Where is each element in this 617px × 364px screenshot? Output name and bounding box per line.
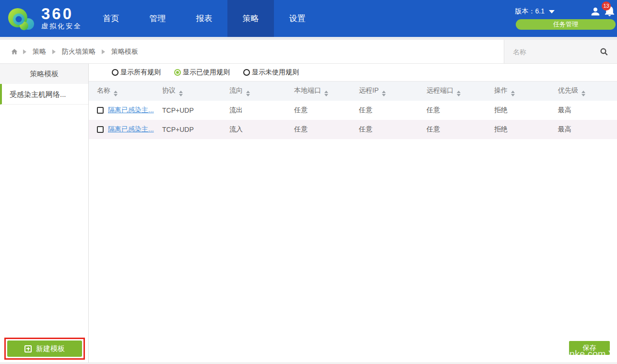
- sidebar-item-0[interactable]: 受感染主机网络...: [0, 84, 88, 105]
- search-box: [504, 40, 617, 63]
- breadcrumb-separator: [23, 49, 26, 54]
- save-button[interactable]: 保存: [569, 341, 610, 355]
- nav-item-2[interactable]: 报表: [181, 0, 227, 37]
- cell-protocol: TCP+UDP: [154, 101, 221, 120]
- nav-item-4[interactable]: 设置: [274, 0, 320, 37]
- filter-radio-1[interactable]: 显示已使用规则: [174, 68, 230, 77]
- notification-badge: 13: [602, 1, 611, 11]
- cell-priority: 最高: [550, 120, 617, 139]
- search-input[interactable]: [504, 48, 600, 56]
- column-header-0[interactable]: 名称: [89, 82, 154, 101]
- cell-priority: 最高: [550, 101, 617, 120]
- column-header-4[interactable]: 远程IP: [351, 82, 418, 101]
- cell-name: 隔离已感染主...: [89, 120, 154, 139]
- new-template-button[interactable]: 新建模板: [7, 341, 82, 357]
- brand-subtitle: 虚拟化安全: [41, 22, 82, 31]
- filter-radio-2[interactable]: 显示未使用规则: [243, 68, 299, 77]
- cell-remote_port: 任意: [418, 120, 486, 139]
- sort-icon[interactable]: [581, 91, 585, 96]
- sort-up-arrow: [457, 91, 461, 93]
- annotation-highlight: 新建模板: [4, 338, 85, 360]
- sort-icon[interactable]: [246, 91, 250, 96]
- sort-icon[interactable]: [324, 91, 328, 96]
- row-checkbox[interactable]: [97, 107, 104, 114]
- table-body: 隔离已感染主...TCP+UDP流出任意任意任意拒绝最高隔离已感染主...TCP…: [89, 101, 617, 139]
- sort-down-arrow: [581, 94, 585, 96]
- nav-item-3[interactable]: 策略: [227, 0, 274, 37]
- sort-up-arrow: [324, 91, 328, 93]
- column-label: 远程IP: [359, 86, 379, 94]
- breadcrumb-item-0[interactable]: 策略: [33, 47, 46, 56]
- column-header-7[interactable]: 优先级: [550, 82, 617, 101]
- sort-icon[interactable]: [457, 91, 461, 96]
- table-row-0: 隔离已感染主...TCP+UDP流出任意任意任意拒绝最高: [89, 101, 617, 120]
- main-nav: 首页管理报表策略设置: [88, 0, 320, 37]
- rule-name-link[interactable]: 隔离已感染主...: [108, 125, 154, 133]
- sort-down-arrow: [246, 94, 250, 96]
- breadcrumb-item-2[interactable]: 策略模板: [111, 47, 138, 56]
- column-label: 名称: [97, 86, 110, 94]
- rule-name-link[interactable]: 隔离已感染主...: [108, 106, 154, 114]
- column-label: 协议: [162, 86, 176, 94]
- column-header-6[interactable]: 操作: [486, 82, 550, 101]
- cell-direction: 流出: [221, 101, 286, 120]
- sort-up-arrow: [581, 91, 585, 93]
- page: 360 虚拟化安全 首页管理报表策略设置 版本：6.1 13 任务管理 策略防火…: [0, 0, 617, 364]
- content: 策略模板 受感染主机网络... 新建模板 显示所有规则显示已使用规则显示未使用规…: [0, 64, 617, 364]
- cell-action: 拒绝: [486, 101, 550, 120]
- filter-radio-label: 显示未使用规则: [252, 68, 299, 77]
- filter-radio-label: 显示所有规则: [120, 68, 161, 77]
- breadcrumb-bar: 策略防火墙策略策略模板: [0, 40, 617, 64]
- cell-direction: 流入: [221, 120, 286, 139]
- column-label: 操作: [494, 86, 508, 94]
- sort-down-arrow: [324, 94, 328, 96]
- filter-radio-0[interactable]: 显示所有规则: [112, 68, 161, 77]
- column-header-3[interactable]: 本地端口: [286, 82, 351, 101]
- radio-icon: [112, 69, 119, 76]
- search-icon[interactable]: [600, 47, 608, 57]
- new-template-label: 新建模板: [36, 344, 65, 353]
- cell-remote_ip: 任意: [351, 120, 418, 139]
- logo: 360 虚拟化安全: [0, 0, 82, 37]
- rules-table: 名称协议流向本地端口远程IP远程端口操作优先级 隔离已感染主...TCP+UDP…: [89, 82, 617, 139]
- sort-up-arrow: [382, 91, 386, 93]
- cell-remote_ip: 任意: [351, 101, 418, 120]
- nav-item-0[interactable]: 首页: [88, 0, 134, 37]
- sort-down-arrow: [511, 94, 515, 96]
- nav-item-1[interactable]: 管理: [134, 0, 181, 37]
- cell-protocol: TCP+UDP: [154, 120, 221, 139]
- table-header-row: 名称协议流向本地端口远程IP远程端口操作优先级: [89, 82, 617, 101]
- task-manager-button[interactable]: 任务管理: [516, 19, 616, 30]
- main-panel: 显示所有规则显示已使用规则显示未使用规则 名称协议流向本地端口远程IP远程端口操…: [89, 64, 617, 363]
- top-header: 360 虚拟化安全 首页管理报表策略设置 版本：6.1 13 任务管理: [0, 0, 617, 37]
- sort-down-arrow: [382, 94, 386, 96]
- sort-icon[interactable]: [511, 91, 515, 96]
- sort-down-arrow: [114, 94, 118, 96]
- sort-up-arrow: [511, 91, 515, 93]
- home-icon[interactable]: [11, 48, 18, 55]
- breadcrumb-separator: [102, 49, 105, 54]
- column-label: 本地端口: [294, 86, 321, 94]
- column-header-5[interactable]: 远程端口: [418, 82, 486, 101]
- cell-action: 拒绝: [486, 120, 550, 139]
- sort-up-arrow: [246, 91, 250, 93]
- sort-up-arrow: [179, 91, 183, 93]
- breadcrumb: 策略防火墙策略策略模板: [23, 47, 138, 56]
- sidebar: 策略模板 受感染主机网络... 新建模板: [0, 64, 89, 363]
- column-header-2[interactable]: 流向: [221, 82, 286, 101]
- header-right: 版本：6.1 13 任务管理: [473, 0, 617, 37]
- breadcrumb-item-1[interactable]: 防火墙策略: [62, 47, 95, 56]
- version-dropdown[interactable]: 版本：6.1: [515, 7, 555, 16]
- row-checkbox[interactable]: [97, 126, 104, 133]
- sort-icon[interactable]: [114, 91, 118, 96]
- radio-icon: [174, 69, 181, 76]
- user-icon[interactable]: [590, 6, 601, 17]
- sort-up-arrow: [114, 91, 118, 93]
- filter-radio-label: 显示已使用规则: [183, 68, 230, 77]
- sort-icon[interactable]: [382, 91, 386, 96]
- column-header-1[interactable]: 协议: [154, 82, 221, 101]
- logo-text: 360 虚拟化安全: [41, 6, 82, 31]
- sort-icon[interactable]: [179, 91, 183, 96]
- sidebar-list: 受感染主机网络...: [0, 84, 88, 105]
- cell-name: 隔离已感染主...: [89, 101, 154, 120]
